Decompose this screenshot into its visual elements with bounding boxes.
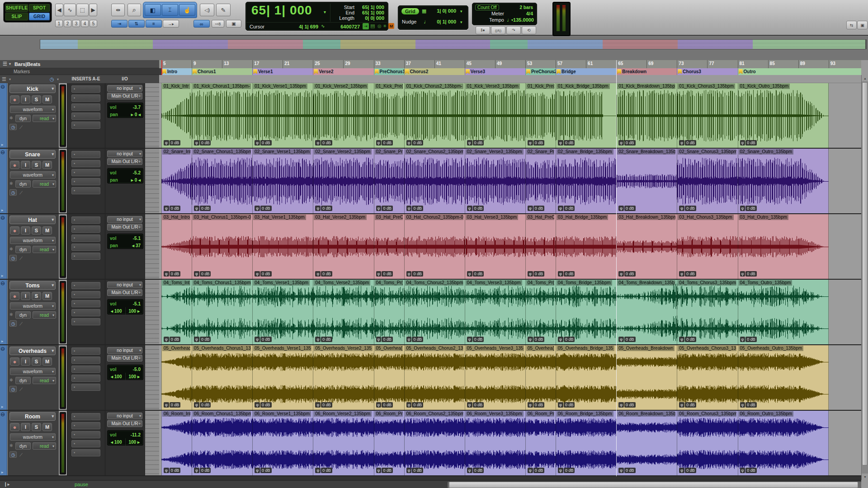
zoom-preset-2[interactable]: 2: [64, 20, 71, 27]
input-monitor-button[interactable]: I: [21, 161, 30, 169]
clip-gain-badge[interactable]: φ0 dB: [618, 337, 635, 342]
clip-list-icon[interactable]: ▤: [370, 23, 375, 29]
audio-clip[interactable]: 02_Snare_Chorus1_135bpmφ0 dB: [192, 149, 252, 213]
track-view-selector[interactable]: waveform▾: [10, 433, 56, 441]
zoom-in-icon[interactable]: ▶: [89, 4, 97, 16]
edit-mode-grid[interactable]: GRID: [29, 13, 50, 20]
edit-mode-slip[interactable]: SLIP: [5, 13, 28, 20]
audio-clip[interactable]: 02_Snare_Pr(φ0 dB: [374, 149, 404, 213]
dyn-button[interactable]: dyn: [15, 246, 31, 253]
marker-intro[interactable]: Intro: [161, 68, 192, 75]
audio-clip[interactable]: 02_Snare_Breakdown_135bφ0 dB: [616, 149, 677, 213]
clip-gain-badge[interactable]: φ0 dB: [740, 140, 757, 145]
input-path-selector[interactable]: no input▾: [107, 150, 142, 157]
audio-clip[interactable]: 05_Overheads_Chorus3_13φ0 dB: [677, 345, 737, 410]
loop-record-icon[interactable]: ⟲: [522, 26, 536, 34]
clip-gain-badge[interactable]: φ0 dB: [558, 337, 575, 342]
volume-pan-display[interactable]: vol-5.1pan◂ 37: [107, 234, 143, 249]
insert-slot[interactable]: •: [71, 309, 100, 316]
insert-slot[interactable]: •: [71, 103, 100, 111]
timebase-dropdown-icon[interactable]: ▾: [57, 77, 59, 81]
marker-chorus1[interactable]: Chorus1: [192, 68, 252, 75]
expand-track-icon[interactable]: ▸: [1, 470, 4, 474]
insert-slot[interactable]: •: [71, 449, 100, 456]
record-enable-button[interactable]: ●: [10, 161, 19, 169]
solo-button[interactable]: S: [32, 423, 41, 431]
clip-gain-badge[interactable]: φ0 dB: [164, 468, 180, 473]
markers-label[interactable]: Markers: [0, 68, 159, 75]
mirrored-midi-icon[interactable]: ⇨8: [212, 20, 224, 28]
grid-value[interactable]: 1| 0| 000: [430, 8, 456, 14]
audio-clip[interactable]: 06_Room_Chorus2_135bpmφ0 dB: [404, 411, 465, 475]
audio-clip[interactable]: 01_Kick_Outro_135bpmφ0 dB: [738, 83, 829, 148]
pan-row[interactable]: ◂ 100100 ▸: [108, 438, 143, 446]
output-path-selector[interactable]: Main Out L/R∔: [107, 158, 142, 165]
insert-slot[interactable]: •: [71, 151, 100, 158]
input-monitor-button[interactable]: I: [21, 226, 30, 235]
timeline-insertion-icon[interactable]: ⇥: [363, 23, 369, 29]
elastic-audio-plugin-button[interactable]: ◷: [9, 124, 17, 130]
audio-clip[interactable]: 01_Kick_Intrφ0 dB: [161, 83, 192, 148]
scrubber-tool-icon[interactable]: ◁): [200, 4, 214, 16]
pan-row[interactable]: ◂ 100100 ▸: [108, 373, 143, 380]
clip-gain-badge[interactable]: φ0 dB: [315, 337, 332, 342]
clip-gain-badge[interactable]: φ0 dB: [255, 206, 271, 211]
solo-button[interactable]: S: [32, 357, 41, 366]
automation-mode-selector[interactable]: read▾: [33, 115, 56, 122]
audio-clip[interactable]: 05_Overheads_Bridge_135φ0 dB: [556, 345, 616, 410]
main-counter-dropdown-icon[interactable]: ▾: [324, 9, 326, 14]
clip-gain-badge[interactable]: φ0 dB: [558, 402, 575, 408]
marker-band[interactable]: IntroChorus1Verse1Verse2PreChorus1Chorus…: [159, 68, 861, 75]
zoom-out-icon[interactable]: ◀: [55, 4, 63, 16]
track-timeline[interactable]: 02_Snare_Intφ0 dB02_Snare_Chorus1_135bpm…: [159, 149, 861, 213]
clip-gain-badge[interactable]: φ0 dB: [164, 271, 180, 277]
record-enable-button[interactable]: ●: [10, 292, 19, 300]
audio-clip[interactable]: 06_Room_Pr(φ0 dB: [525, 411, 556, 475]
input-monitor-button[interactable]: I: [21, 357, 30, 366]
clip-gain-badge[interactable]: φ0 dB: [255, 337, 271, 342]
marker-chorus3[interactable]: Chorus3: [677, 68, 737, 75]
clip-gain-badge[interactable]: φ0 dB: [406, 337, 423, 342]
track-list-menu-icon[interactable]: ☰: [2, 76, 6, 82]
elastic-audio-plugin-button[interactable]: ◷: [9, 320, 17, 327]
clip-gain-badge[interactable]: φ0 dB: [164, 402, 180, 408]
clip-gain-badge[interactable]: φ0 dB: [255, 468, 271, 473]
expand-track-icon[interactable]: ▸: [1, 208, 4, 212]
pan-row[interactable]: ◂ 100100 ▸: [108, 307, 143, 314]
clip-gain-badge[interactable]: φ0 dB: [679, 140, 696, 145]
clip-gain-badge[interactable]: φ0 dB: [467, 271, 484, 277]
track-name-button[interactable]: Kick▾: [9, 84, 56, 93]
vertical-scroll-thumb[interactable]: [862, 82, 868, 465]
pan-row[interactable]: pan▸ 0 ◂: [108, 176, 143, 183]
home-icon[interactable]: ❙▸: [4, 482, 9, 487]
audio-clip[interactable]: 03_Hat_PreCφ0 dB: [374, 214, 404, 279]
audio-clip[interactable]: 05_Overheads_Verse3_135φ0 dB: [465, 345, 525, 410]
ruler-dropdown-icon[interactable]: ▾: [9, 62, 11, 66]
timebase-clock-icon[interactable]: ◷: [50, 76, 54, 82]
audio-clip[interactable]: 02_Snare_Verse2_135bpmφ0 dB: [313, 149, 373, 213]
link-track-edit-icon[interactable]: ≡: [146, 20, 162, 28]
insert-slot[interactable]: •: [71, 357, 100, 364]
clip-gain-badge[interactable]: φ0 dB: [315, 402, 332, 408]
count-off-button[interactable]: Count Off: [475, 5, 499, 10]
insert-slot[interactable]: •: [71, 160, 100, 167]
mute-button[interactable]: M: [42, 357, 52, 366]
volume-pan-display[interactable]: vol-11.2◂ 100100 ▸: [107, 430, 143, 446]
clip-gain-badge[interactable]: φ0 dB: [679, 271, 696, 277]
audio-clip[interactable]: 02_Snare_Chorus2_135bpmφ0 dB: [404, 149, 465, 213]
audio-clip[interactable]: 04_Toms_Intφ0 dB: [161, 280, 192, 344]
expand-track-icon[interactable]: ▸: [1, 273, 4, 278]
smart-tool-group[interactable]: ◧ ⌶ ☝: [143, 2, 197, 18]
swap-view-icon[interactable]: ⇆: [846, 21, 857, 29]
track-color-strip[interactable]: ⊖▸: [0, 83, 7, 148]
track-name-button[interactable]: Toms▾: [9, 281, 56, 290]
audio-clip[interactable]: 03_Hat_Verse2_135bpmφ0 dB: [313, 214, 373, 279]
track-color-strip[interactable]: ⊖▸: [0, 214, 7, 279]
audio-clip[interactable]: 04_Toms_Verse3_135bpmφ0 dB: [465, 280, 525, 344]
metronome-icon[interactable]: ((A)): [491, 26, 505, 34]
audio-clip[interactable]: 06_Room_Verse1_135bpmφ0 dB: [252, 411, 313, 475]
track-timeline[interactable]: 04_Toms_Intφ0 dB04_Toms_Chorus1_135bpmφ0…: [159, 280, 861, 344]
track-timeline[interactable]: 06_Room_Intφ0 dB06_Room_Chorus1_135bpmφ0…: [159, 411, 861, 475]
mute-button[interactable]: M: [42, 226, 52, 235]
insert-slot[interactable]: •: [71, 169, 100, 176]
